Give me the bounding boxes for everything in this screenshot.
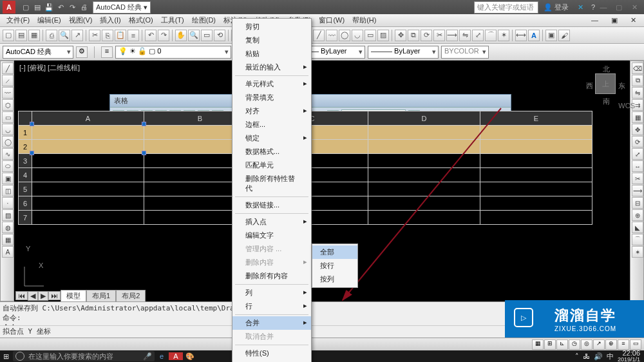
tb-zoomprev-icon[interactable]: ⟲ — [214, 30, 225, 41]
ctx-clearoverrides[interactable]: 删除所有特性替代 — [232, 172, 311, 195]
ctx-cut[interactable]: 剪切 — [232, 20, 311, 33]
menu-view[interactable]: 视图(V) — [65, 14, 97, 26]
ctx-align[interactable]: 对齐 — [232, 104, 311, 118]
tb-save-icon[interactable]: ▦ — [28, 30, 40, 41]
tab-layout2[interactable]: 布局2 — [116, 290, 146, 302]
vt-array-icon[interactable]: ▦ — [632, 111, 643, 123]
vt-fillet-icon[interactable]: ⌒ — [632, 234, 643, 245]
ctx-paste[interactable]: 粘贴 — [232, 47, 311, 61]
ctx-matchcell[interactable]: 匹配单元 — [232, 158, 311, 172]
tb-zoomwin-icon[interactable]: ▭ — [201, 30, 213, 41]
menu-tools[interactable]: 工具(T) — [157, 14, 188, 26]
maximize-button[interactable]: ▢ — [614, 3, 623, 12]
col-header-a[interactable]: A — [32, 111, 144, 126]
task-paint-icon[interactable]: 🎨 — [183, 352, 197, 361]
menu-help[interactable]: 帮助(H) — [348, 14, 380, 26]
osnap-toggle[interactable]: ◎ — [581, 339, 592, 350]
vt-region-icon[interactable]: ◍ — [2, 222, 14, 233]
viewport-label[interactable]: [-] [俯视] [二维线框] — [19, 63, 80, 73]
otrack-toggle[interactable]: ↗ — [593, 339, 605, 350]
qat-open-icon[interactable]: ▤ — [32, 2, 43, 12]
polar-toggle[interactable]: ◷ — [569, 339, 580, 350]
viewcube-east[interactable]: 东 — [618, 81, 625, 91]
plotstyle-combo[interactable]: BYCOLOR — [441, 46, 489, 59]
vt-stretch-icon[interactable]: ↔ — [632, 160, 643, 172]
ctx-col[interactable]: 列 — [232, 286, 311, 300]
row-header-4[interactable]: 4 — [19, 168, 32, 182]
vt-insert-icon[interactable]: ▣ — [2, 173, 14, 184]
grip-icon[interactable] — [30, 151, 34, 155]
vt-arc-icon[interactable]: ◡ — [2, 124, 14, 135]
exchange-icon[interactable]: ✕ — [578, 3, 583, 12]
ctx-merge[interactable]: 合并 — [232, 316, 311, 330]
tb-circle-icon[interactable]: ◯ — [339, 30, 350, 41]
tb-explode-icon[interactable]: ✶ — [498, 30, 509, 41]
viewcube-wcs[interactable]: WCS — [618, 102, 635, 110]
col-header-d[interactable]: D — [368, 111, 480, 126]
clock-date[interactable]: 2019/1/1 — [618, 357, 640, 362]
tb-copy2-icon[interactable]: ⧉ — [408, 30, 419, 41]
tab-last-icon[interactable]: ⏭ — [48, 291, 61, 300]
vt-block-icon[interactable]: ◫ — [2, 185, 14, 196]
tb-new-icon[interactable]: ▢ — [3, 30, 14, 41]
vt-pline-icon[interactable]: 〰 — [2, 87, 14, 99]
grip-icon[interactable] — [142, 151, 146, 155]
tb-zoom-icon[interactable]: 🔍 — [188, 30, 200, 41]
menu-format[interactable]: 格式(O) — [125, 14, 157, 26]
tb-preview-icon[interactable]: 🔍 — [59, 30, 70, 41]
app-icon[interactable]: A — [3, 1, 15, 14]
ctx-insertpt[interactable]: 插入点 — [232, 215, 311, 229]
grip-icon[interactable] — [30, 122, 34, 126]
tb-block-icon[interactable]: ▣ — [545, 30, 557, 41]
sub-all[interactable]: 全部 — [312, 245, 357, 259]
tb-pan-icon[interactable]: ✋ — [175, 30, 187, 41]
ctx-edittext[interactable]: 编辑文字 — [232, 229, 311, 242]
tab-prev-icon[interactable]: ◀ — [28, 291, 38, 301]
vt-rect-icon[interactable]: ▭ — [2, 111, 14, 123]
vt-xline-icon[interactable]: ⟋ — [2, 75, 14, 86]
vt-point-icon[interactable]: · — [2, 197, 14, 209]
tb-undo-icon[interactable]: ↶ — [145, 30, 156, 41]
grip-icon[interactable] — [142, 122, 146, 126]
ctx-bgfill[interactable]: 背景填充 — [232, 91, 311, 104]
vt-break-icon[interactable]: ⊟ — [632, 197, 643, 209]
tb-trim-icon[interactable]: ✂ — [433, 30, 445, 41]
tray-vol-icon[interactable]: 🔊 — [594, 352, 603, 361]
tb-publish-icon[interactable]: ↗ — [71, 30, 83, 41]
tb-paste-icon[interactable]: 📋 — [115, 30, 126, 41]
doc-restore-icon[interactable]: ▣ — [607, 15, 621, 26]
vt-hatch-icon[interactable]: ▨ — [2, 209, 14, 221]
tb-hatch-icon[interactable]: ▨ — [377, 30, 389, 41]
task-edge-icon[interactable]: e — [155, 352, 169, 360]
ctx-border[interactable]: 边框... — [232, 118, 311, 131]
menu-insert[interactable]: 插入(I) — [96, 14, 124, 26]
tb-mirror-icon[interactable]: ⇋ — [459, 30, 471, 41]
vt-scale-icon[interactable]: ⤢ — [632, 148, 643, 160]
ortho-toggle[interactable]: ⊾ — [556, 339, 568, 350]
vt-mirror-icon[interactable]: ⇋ — [632, 87, 643, 99]
ctx-lock[interactable]: 锁定 — [232, 131, 311, 145]
start-button[interactable]: ⊞ — [0, 352, 12, 361]
tb-scale-icon[interactable]: ⤢ — [472, 30, 484, 41]
ctx-cellstyle[interactable]: 单元样式 — [232, 77, 311, 91]
viewcube-south[interactable]: 南 — [603, 97, 610, 106]
vt-chamfer-icon[interactable]: ◣ — [632, 222, 643, 233]
viewcube-top[interactable]: 上 — [595, 73, 616, 94]
menu-draw[interactable]: 绘图(D) — [188, 14, 220, 26]
tray-up-icon[interactable]: ˄ — [575, 352, 579, 361]
doc-minimize-icon[interactable]: — — [587, 15, 602, 26]
tb-arc-icon[interactable]: ◡ — [352, 30, 363, 41]
tb-extend-icon[interactable]: ⟶ — [446, 30, 458, 41]
ctx-row[interactable]: 行 — [232, 300, 311, 313]
vt-extend-icon[interactable]: ⟶ — [632, 185, 643, 196]
row-header-6[interactable]: 6 — [19, 196, 32, 211]
view-cube[interactable]: 北 西 上 东 南 WCS — [586, 64, 625, 103]
ctx-datalink[interactable]: 数据链接... — [232, 198, 311, 212]
ctx-props[interactable]: 特性(S) — [232, 347, 311, 360]
cell-a2[interactable] — [32, 140, 144, 154]
doc-close-icon[interactable]: ✕ — [627, 15, 640, 26]
help-search[interactable]: 键入关键字或短语 — [474, 1, 538, 14]
tb-rect-icon[interactable]: ▭ — [365, 30, 376, 41]
tab-layout1[interactable]: 布局1 — [86, 290, 116, 302]
viewcube-west[interactable]: 西 — [586, 81, 593, 91]
